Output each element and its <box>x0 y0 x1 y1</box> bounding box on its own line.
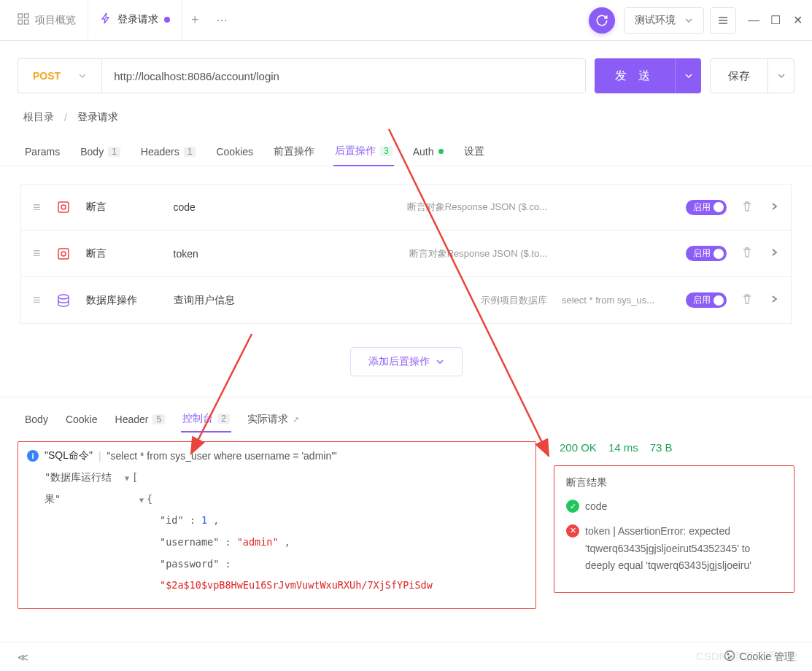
external-link-icon: ↗ <box>293 415 299 424</box>
op-name: token <box>174 248 320 260</box>
save-button[interactable]: 保存 <box>710 58 794 93</box>
db-result-json: ▼[ ▼{ "id" : 1 , "username" : "admin" , … <box>125 467 527 597</box>
top-tab-bar: 项目概览 登录请求 + ··· 测试环境 — ☐ ✕ <box>0 0 812 41</box>
tab-more-button[interactable]: ··· <box>208 12 236 28</box>
status-time: 14 ms <box>608 441 638 454</box>
delete-button[interactable] <box>741 201 756 214</box>
tab-body[interactable]: Body1 <box>79 139 122 165</box>
svg-rect-3 <box>25 20 29 25</box>
check-ok-icon: ✓ <box>566 500 579 513</box>
unsaved-dot-icon <box>164 17 170 23</box>
add-op-label: 添加后置操作 <box>368 355 430 368</box>
resp-tab-console[interactable]: 控制台2 <box>181 406 231 433</box>
badge: 2 <box>217 414 230 424</box>
expand-chevron[interactable] <box>770 294 779 306</box>
window-minimize-button[interactable]: — <box>745 12 762 29</box>
expand-chevron[interactable] <box>770 201 779 214</box>
op-meta2: select * from sys_us... <box>562 295 671 306</box>
assert-pass-label: code <box>585 498 607 516</box>
badge: 5 <box>152 414 165 424</box>
op-type: 断言 <box>86 201 159 214</box>
chevron-down-icon <box>684 71 693 80</box>
sql-command-label: "SQL命令" <box>45 449 93 462</box>
sync-button[interactable] <box>589 7 615 34</box>
info-icon: i <box>27 450 39 462</box>
resp-tab-actual-request[interactable]: 实际请求↗ <box>246 407 301 432</box>
expand-chevron[interactable] <box>770 247 779 260</box>
op-meta: 示例项目数据库 <box>481 294 547 307</box>
response-section: Body Cookie Header5 控制台2 实际请求↗ i "SQL命令"… <box>0 397 812 624</box>
lightning-icon <box>100 12 112 26</box>
breadcrumb-root[interactable]: 根目录 <box>23 111 54 124</box>
badge: 3 <box>380 146 393 156</box>
db-result-label: "数据库运行结果" <box>45 467 125 597</box>
assert-row-fail: ✕ token | AssertionError: expected 'tqwe… <box>566 523 782 575</box>
chevron-down-icon <box>777 71 786 80</box>
cookie-icon <box>724 650 735 664</box>
collapse-button[interactable]: ≪ <box>18 651 28 663</box>
resp-tab-header[interactable]: Header5 <box>114 408 167 431</box>
breadcrumb-separator: / <box>64 112 67 123</box>
tab-post-operation[interactable]: 后置操作3 <box>333 137 394 166</box>
send-chevron[interactable] <box>675 58 701 93</box>
response-summary-column: 200 OK 14 ms 73 B 断言结果 ✓ code ✕ token | … <box>554 441 794 593</box>
drag-handle-icon[interactable]: ≡ <box>33 200 41 215</box>
tab-params[interactable]: Params <box>23 139 61 165</box>
svg-point-13 <box>727 653 729 655</box>
operation-row-assert-code[interactable]: ≡ 断言 code 断言对象Response JSON ($.co... 启用 <box>20 184 792 230</box>
delete-button[interactable] <box>741 293 756 307</box>
badge: 1 <box>184 147 196 157</box>
enable-toggle[interactable]: 启用 <box>686 200 727 215</box>
request-bar: POST 发 送 保存 <box>0 41 812 105</box>
op-type: 断言 <box>86 247 159 260</box>
resp-tab-cookie[interactable]: Cookie <box>64 408 99 431</box>
svg-rect-2 <box>18 20 23 25</box>
add-tab-button[interactable]: + <box>182 12 208 28</box>
op-meta: 断言对象Response JSON ($.co... <box>407 201 547 214</box>
tab-settings[interactable]: 设置 <box>463 138 486 166</box>
tab-cookies[interactable]: Cookies <box>214 139 255 165</box>
window-maximize-button[interactable]: ☐ <box>767 12 784 29</box>
assert-title: 断言结果 <box>566 476 782 489</box>
drag-handle-icon[interactable]: ≡ <box>33 292 41 308</box>
url-input[interactable] <box>101 58 585 93</box>
operation-row-db-query[interactable]: ≡ 数据库操作 查询用户信息 示例项目数据库 select * from sys… <box>20 277 792 324</box>
auth-indicator-dot <box>438 149 444 154</box>
request-tabs: Params Body1 Headers1 Cookies 前置操作 后置操作3… <box>0 137 812 166</box>
svg-point-12 <box>724 651 734 661</box>
drag-handle-icon[interactable]: ≡ <box>33 246 41 261</box>
svg-point-10 <box>61 252 66 256</box>
tab-project-overview[interactable]: 项目概览 <box>6 0 88 40</box>
tab-label: 登录请求 <box>117 13 158 26</box>
enable-toggle[interactable]: 启用 <box>686 292 727 308</box>
environment-select[interactable]: 测试环境 <box>624 7 704 34</box>
add-post-operation-button[interactable]: 添加后置操作 <box>350 347 463 376</box>
resp-tab-body[interactable]: Body <box>23 408 50 431</box>
database-icon <box>55 292 71 309</box>
method-select[interactable]: POST <box>18 58 101 93</box>
grid-icon <box>18 13 29 27</box>
send-button[interactable]: 发 送 <box>595 58 701 93</box>
cookie-manager-button[interactable]: Cookie 管理 <box>724 650 794 664</box>
footer-bar: ≪ Cookie 管理 <box>0 642 812 671</box>
operation-row-assert-token[interactable]: ≡ 断言 token 断言对象Response JSON ($.to... 启用 <box>20 230 792 277</box>
tab-pre-operation[interactable]: 前置操作 <box>272 138 316 166</box>
send-label: 发 送 <box>595 69 675 84</box>
menu-button[interactable] <box>710 7 736 34</box>
save-chevron[interactable] <box>767 59 794 93</box>
window-close-button[interactable]: ✕ <box>789 12 806 29</box>
cookie-mgr-label: Cookie 管理 <box>740 651 794 664</box>
tab-auth[interactable]: Auth <box>411 139 445 165</box>
env-label: 测试环境 <box>635 14 676 27</box>
status-size: 73 B <box>650 441 673 454</box>
tab-login-request[interactable]: 登录请求 <box>88 0 182 40</box>
tab-headers[interactable]: Headers1 <box>139 139 198 165</box>
tab-label: 项目概览 <box>35 14 76 27</box>
response-status: 200 OK 14 ms 73 B <box>554 441 794 454</box>
op-meta: 断言对象Response JSON ($.to... <box>409 247 547 260</box>
enable-toggle[interactable]: 启用 <box>686 246 727 261</box>
breadcrumb-current: 登录请求 <box>77 111 118 124</box>
op-name: code <box>174 201 320 213</box>
svg-rect-9 <box>58 249 69 259</box>
delete-button[interactable] <box>741 247 756 260</box>
